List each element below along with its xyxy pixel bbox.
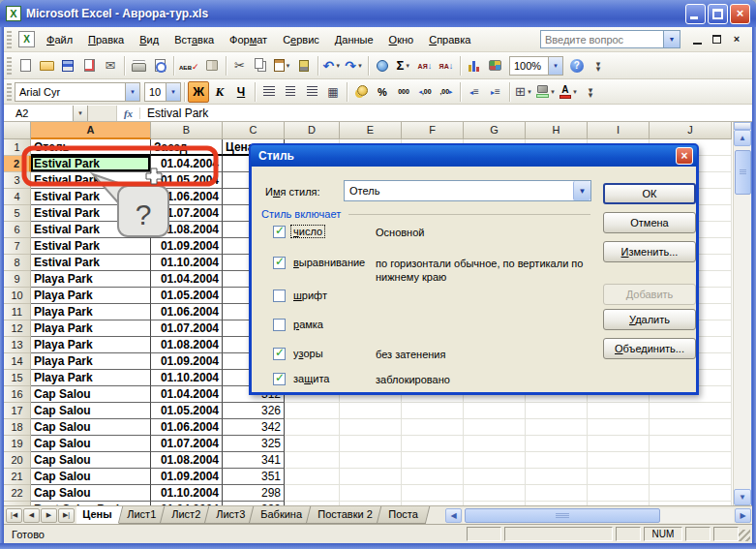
- decrease-indent-button[interactable]: ◂≡: [464, 81, 485, 103]
- row-header-7[interactable]: 7: [4, 238, 31, 255]
- print-preview-button[interactable]: [149, 55, 170, 76]
- autosum-button[interactable]: Σ▼: [393, 55, 414, 76]
- cell-E20[interactable]: [340, 452, 402, 469]
- column-header-H[interactable]: H: [526, 122, 588, 139]
- sheet-tab-0[interactable]: Цены: [76, 506, 124, 524]
- row-header-16[interactable]: 16: [4, 386, 31, 403]
- column-header-D[interactable]: D: [285, 122, 340, 139]
- cell-I22[interactable]: [588, 485, 650, 502]
- percent-button[interactable]: %: [372, 81, 393, 103]
- scroll-right-icon[interactable]: ▶: [735, 508, 751, 523]
- scroll-left-icon[interactable]: ◀: [445, 508, 462, 523]
- dialog-button-5[interactable]: Объединить...: [603, 338, 696, 359]
- menu-item-6[interactable]: Данные: [327, 30, 381, 49]
- menu-item-7[interactable]: Окно: [381, 30, 422, 49]
- undo-button[interactable]: ↶▼: [321, 55, 344, 76]
- workbook-minimize-button[interactable]: [690, 33, 706, 46]
- horizontal-scroll-track[interactable]: [463, 508, 734, 523]
- copy-button[interactable]: [251, 55, 272, 76]
- checkbox-label-0[interactable]: число: [291, 226, 324, 237]
- first-sheet-button[interactable]: |◀: [6, 508, 22, 523]
- cell-A6[interactable]: Estival Park: [31, 222, 151, 238]
- cell-F18[interactable]: [402, 419, 464, 436]
- cell-A4[interactable]: Estival Park: [31, 189, 151, 205]
- checkbox-label-2[interactable]: шрифт: [291, 290, 329, 301]
- close-button[interactable]: ×: [730, 4, 750, 24]
- cell-D20[interactable]: [285, 452, 340, 469]
- cell-D17[interactable]: [285, 403, 340, 419]
- cell-E18[interactable]: [340, 419, 402, 436]
- cell-B5[interactable]: 01.07.2004: [151, 205, 223, 222]
- sheet-tab-5[interactable]: Поставки 2: [306, 506, 384, 524]
- checkbox-2[interactable]: [273, 290, 286, 302]
- cell-J17[interactable]: [650, 403, 732, 419]
- cell-C20[interactable]: 341: [223, 452, 285, 469]
- sheet-tab-6[interactable]: Поста: [377, 506, 430, 524]
- cell-J20[interactable]: [650, 452, 732, 469]
- cell-A19[interactable]: Cap Salou: [31, 436, 151, 452]
- scroll-down-icon[interactable]: ▼: [734, 489, 751, 505]
- workbook-close-button[interactable]: ×: [729, 33, 744, 46]
- cell-H21[interactable]: [526, 469, 588, 485]
- cell-F17[interactable]: [402, 403, 464, 419]
- cell-B9[interactable]: 01.04.2004: [151, 271, 223, 288]
- chevron-down-icon[interactable]: ▼: [357, 63, 363, 69]
- checkbox-4[interactable]: [273, 348, 286, 360]
- style-name-combo[interactable]: Отель ▼: [344, 180, 591, 201]
- checkbox-3[interactable]: [273, 319, 286, 331]
- last-sheet-button[interactable]: ▶|: [58, 508, 75, 523]
- cell-E22[interactable]: [340, 485, 402, 502]
- email-button[interactable]: ✉: [100, 55, 121, 76]
- row-header-22[interactable]: 22: [4, 485, 31, 502]
- chevron-down-icon[interactable]: ▼: [550, 89, 556, 95]
- row-header-15[interactable]: 15: [4, 370, 31, 386]
- research-button[interactable]: [201, 55, 223, 76]
- checkbox-label-4[interactable]: узоры: [291, 348, 325, 359]
- checkbox-5[interactable]: [273, 373, 286, 385]
- permission-button[interactable]: [78, 55, 100, 76]
- row-header-20[interactable]: 20: [4, 452, 31, 469]
- toolbar-options-button[interactable]: ▾▾: [588, 55, 609, 76]
- chevron-down-icon[interactable]: ▼: [166, 83, 180, 101]
- chevron-down-icon[interactable]: ▼: [573, 181, 590, 200]
- chevron-down-icon[interactable]: ▼: [125, 83, 139, 101]
- menu-item-8[interactable]: Справка: [421, 30, 478, 49]
- cell-B16[interactable]: 01.04.2004: [151, 386, 223, 403]
- row-header-5[interactable]: 5: [4, 205, 31, 222]
- cell-B18[interactable]: 01.06.2004: [151, 419, 223, 436]
- underline-button[interactable]: Ч: [230, 81, 252, 103]
- cell-A22[interactable]: Cap Salou: [31, 485, 151, 502]
- cell-A11[interactable]: Playa Park: [31, 304, 151, 320]
- cell-I18[interactable]: [588, 419, 650, 436]
- align-right-button[interactable]: [301, 81, 322, 103]
- row-header-1[interactable]: 1: [4, 139, 31, 156]
- row-header-2[interactable]: 2: [4, 156, 31, 172]
- cell-C19[interactable]: 325: [223, 436, 285, 452]
- cell-B14[interactable]: 01.09.2004: [151, 353, 223, 370]
- minimize-button[interactable]: [685, 4, 706, 24]
- cell-A10[interactable]: Playa Park: [31, 288, 151, 304]
- checkbox-label-3[interactable]: рамка: [291, 319, 325, 330]
- scroll-up-icon[interactable]: ▲: [734, 130, 751, 146]
- cell-J22[interactable]: [650, 485, 732, 502]
- chevron-down-icon[interactable]: ▼: [286, 63, 291, 69]
- row-header-18[interactable]: 18: [4, 419, 31, 436]
- question-dropdown-icon[interactable]: ▼: [664, 30, 680, 48]
- format-painter-button[interactable]: [293, 55, 315, 76]
- vertical-scroll-thumb[interactable]: [735, 150, 751, 195]
- help-button[interactable]: ?: [566, 55, 588, 76]
- sort-ascending-button[interactable]: АЯ↓: [414, 55, 436, 76]
- align-left-button[interactable]: [258, 81, 280, 103]
- cell-D22[interactable]: [285, 485, 340, 502]
- split-box[interactable]: [734, 122, 751, 130]
- cell-B2[interactable]: 01.04.2004: [151, 156, 223, 172]
- cell-C22[interactable]: 298: [223, 485, 285, 502]
- cell-A14[interactable]: Playa Park: [31, 353, 151, 370]
- cell-E21[interactable]: [340, 469, 402, 485]
- font-name-combo[interactable]: Arial Cyr ▼: [15, 82, 140, 102]
- increase-decimal-button[interactable]: ◂,00: [414, 81, 436, 103]
- cell-B22[interactable]: 01.10.2004: [151, 485, 223, 502]
- dialog-close-button[interactable]: ×: [676, 147, 693, 165]
- hyperlink-button[interactable]: [372, 55, 393, 76]
- cell-H19[interactable]: [526, 436, 588, 452]
